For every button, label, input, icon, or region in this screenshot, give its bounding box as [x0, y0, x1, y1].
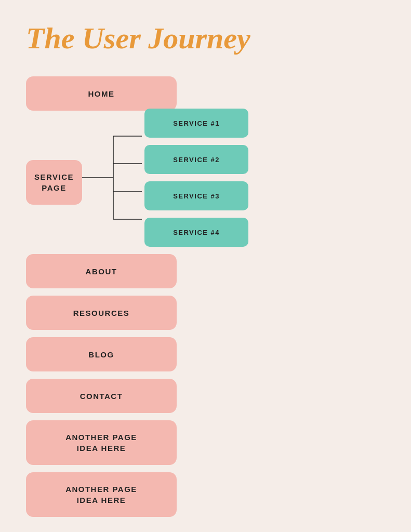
left-column: HOME SERVICE PAGE [26, 76, 177, 517]
nav-box-resources[interactable]: RESOURCES [26, 296, 177, 330]
nav-box-blog[interactable]: BLOG [26, 337, 177, 371]
service-box-1[interactable]: SERVICE #1 [144, 109, 248, 138]
diagram-area: HOME SERVICE PAGE [26, 76, 385, 517]
service-box-3[interactable]: SERVICE #3 [144, 181, 248, 210]
connector-svg [82, 118, 144, 237]
page-title: The User Journey [26, 21, 385, 56]
nav-box-service-page[interactable]: SERVICE PAGE [26, 160, 82, 205]
service-box-2[interactable]: SERVICE #2 [144, 145, 248, 174]
nav-box-another-2[interactable]: ANOTHER PAGEIDEA HERE [26, 472, 177, 517]
nav-box-about[interactable]: ABOUT [26, 254, 177, 288]
page-container: The User Journey HOME SERVICE PAGE [0, 0, 411, 532]
right-column: SERVICE #1 SERVICE #2 SERVICE #3 SERVICE… [144, 109, 248, 247]
nav-box-another-1[interactable]: ANOTHER PAGEIDEA HERE [26, 420, 177, 465]
service-box-4[interactable]: SERVICE #4 [144, 218, 248, 247]
service-page-row: SERVICE PAGE [26, 118, 177, 247]
nav-box-contact[interactable]: CONTACT [26, 379, 177, 413]
connector-and-services: SERVICE #1 SERVICE #2 SERVICE #3 SERVICE… [82, 118, 248, 247]
nav-box-home[interactable]: HOME [26, 76, 177, 111]
